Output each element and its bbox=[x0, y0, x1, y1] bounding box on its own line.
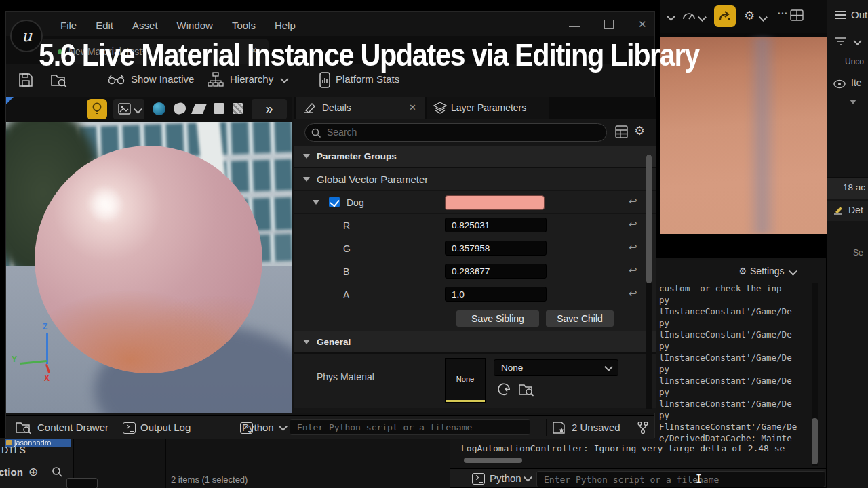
tab-layer-parameters[interactable]: Layer Parameters bbox=[427, 97, 549, 119]
menu-item[interactable]: Help bbox=[275, 20, 296, 31]
cube-shape-icon[interactable] bbox=[214, 103, 224, 114]
show-inactive-icon[interactable] bbox=[108, 73, 125, 85]
lighting-button[interactable] bbox=[87, 99, 107, 119]
display-grid-icon[interactable] bbox=[615, 125, 628, 138]
menu-item[interactable]: File bbox=[60, 20, 77, 31]
menu-icon[interactable] bbox=[835, 11, 846, 12]
log-scrollbar-thumb[interactable] bbox=[812, 418, 818, 464]
revert-icon[interactable]: ↩ bbox=[629, 195, 637, 207]
dropdown-value: None bbox=[501, 363, 523, 373]
save-child-button[interactable]: Save Child bbox=[546, 310, 614, 327]
revert-icon[interactable]: ↩ bbox=[629, 241, 637, 253]
performance-icon[interactable] bbox=[682, 9, 696, 23]
output-log-icon bbox=[123, 422, 136, 434]
chevron-down-icon[interactable] bbox=[853, 37, 862, 45]
log-hscrollbar-thumb[interactable] bbox=[464, 458, 522, 463]
log-line: FlInstanceConstant'/Game/De bbox=[659, 421, 826, 432]
chevron-down-icon[interactable] bbox=[524, 473, 532, 482]
python-mode-label[interactable]: Python bbox=[242, 422, 274, 433]
close-button[interactable]: ✕ bbox=[638, 18, 647, 30]
tree-item-label-2[interactable]: DTLS bbox=[1, 445, 26, 455]
column-divider[interactable] bbox=[431, 189, 431, 413]
python-terminal-icon bbox=[472, 473, 485, 485]
textured-cube-shape-icon[interactable] bbox=[233, 103, 243, 114]
param-row-dog: Dog ↩ bbox=[294, 191, 656, 214]
expand-toolbar-button[interactable]: » bbox=[252, 99, 287, 119]
section-parameter-groups[interactable]: Parameter Groups bbox=[294, 146, 656, 168]
axis-x-label: X bbox=[44, 373, 50, 383]
chevron-down-icon[interactable] bbox=[667, 12, 675, 21]
channel-value-input[interactable]: 1.0 bbox=[445, 287, 547, 302]
panel-divider bbox=[165, 438, 166, 488]
log-line: py bbox=[659, 386, 826, 398]
save-sibling-button[interactable]: Save Sibling bbox=[456, 310, 539, 327]
plane-shape-icon[interactable] bbox=[191, 104, 207, 114]
details-search-input[interactable] bbox=[326, 126, 593, 138]
output-log-button[interactable]: Output Log bbox=[140, 422, 191, 433]
details-tab-fragment[interactable]: Det bbox=[827, 201, 868, 221]
item-label-column[interactable]: Ite bbox=[851, 77, 862, 88]
revert-icon[interactable]: ↩ bbox=[629, 287, 637, 300]
tab-close-icon[interactable]: ✕ bbox=[409, 102, 416, 113]
view-options-button[interactable] bbox=[113, 99, 144, 119]
python-input[interactable] bbox=[296, 422, 519, 433]
unsaved-count[interactable]: 2 Unsaved bbox=[572, 422, 620, 433]
python-mode-label[interactable]: Python bbox=[490, 472, 521, 484]
phys-material-dropdown[interactable]: None bbox=[494, 359, 618, 376]
chevron-down-icon[interactable] bbox=[280, 75, 289, 83]
log-scrollbar-track[interactable] bbox=[812, 283, 818, 466]
chevron-down-icon[interactable] bbox=[279, 422, 288, 431]
filter-icon[interactable] bbox=[835, 37, 847, 46]
channel-value-input[interactable]: 0.357958 bbox=[445, 241, 547, 256]
platform-stats-icon[interactable] bbox=[319, 72, 330, 88]
section-general[interactable]: General bbox=[294, 331, 656, 354]
hierarchy-icon[interactable] bbox=[208, 72, 224, 88]
menu-item[interactable]: Tools bbox=[232, 20, 256, 31]
details-settings-gear-icon[interactable]: ⚙ bbox=[634, 123, 645, 138]
statusbar: Content Drawer Output Log Python 2 Unsav… bbox=[6, 415, 654, 439]
menu-item[interactable]: Edit bbox=[96, 20, 113, 31]
launch-button[interactable] bbox=[714, 5, 736, 27]
minimize-button[interactable] bbox=[569, 18, 580, 27]
filter-box-fragment[interactable] bbox=[66, 478, 98, 488]
revision-control-icon[interactable] bbox=[637, 421, 649, 434]
platform-stats-label[interactable]: Platform Stats bbox=[336, 73, 399, 85]
search-collections-icon[interactable] bbox=[52, 466, 63, 478]
section-global-vector[interactable]: Global Vector Parameter bbox=[294, 168, 656, 191]
details-scrollbar-thumb[interactable] bbox=[646, 155, 652, 283]
search-fragment: Se bbox=[853, 248, 863, 258]
tab-details[interactable]: Details ✕ bbox=[296, 97, 425, 119]
eye-icon[interactable] bbox=[833, 79, 846, 89]
log-python-input[interactable] bbox=[542, 474, 810, 485]
content-drawer-button[interactable]: Content Drawer bbox=[37, 422, 108, 433]
save-icon[interactable] bbox=[18, 73, 33, 87]
dog-color-swatch[interactable] bbox=[445, 195, 545, 210]
revert-icon[interactable]: ↩ bbox=[629, 218, 637, 230]
dog-checkbox[interactable] bbox=[329, 197, 340, 207]
details-scrollbar-track[interactable] bbox=[646, 155, 652, 409]
show-inactive-label[interactable]: Show Inactive bbox=[131, 73, 194, 85]
menu-item[interactable]: Window bbox=[177, 20, 213, 31]
chevron-down-icon[interactable] bbox=[759, 13, 768, 22]
browse-to-asset-icon[interactable] bbox=[519, 383, 536, 396]
sphere-shape-icon[interactable] bbox=[153, 102, 165, 115]
more-options-icon[interactable]: ⋮ bbox=[776, 8, 789, 19]
log-settings-button[interactable]: ⚙ Settings bbox=[738, 265, 796, 277]
maximize-button[interactable] bbox=[604, 20, 614, 29]
add-collection-icon[interactable]: ⊕ bbox=[28, 465, 38, 479]
menu-item[interactable]: Asset bbox=[132, 20, 158, 31]
hierarchy-label[interactable]: Hierarchy bbox=[230, 73, 273, 85]
settings-gear-icon[interactable]: ⚙ bbox=[744, 8, 755, 23]
channel-value-input[interactable]: 0.825031 bbox=[445, 218, 547, 232]
material-preview-sphere[interactable] bbox=[35, 146, 262, 373]
chevron-down-icon[interactable] bbox=[698, 13, 707, 22]
phys-material-thumbnail[interactable]: None bbox=[445, 358, 486, 403]
viewport-image[interactable]: Z Y X bbox=[6, 122, 292, 413]
channel-value-input[interactable]: 0.283677 bbox=[445, 264, 547, 279]
use-selected-asset-icon[interactable] bbox=[497, 382, 511, 396]
expander-icon[interactable] bbox=[850, 100, 856, 104]
cylinder-shape-icon[interactable] bbox=[172, 102, 187, 116]
browse-to-asset-icon[interactable] bbox=[51, 73, 68, 87]
layout-grid-icon[interactable] bbox=[790, 9, 804, 22]
revert-icon[interactable]: ↩ bbox=[629, 264, 637, 277]
